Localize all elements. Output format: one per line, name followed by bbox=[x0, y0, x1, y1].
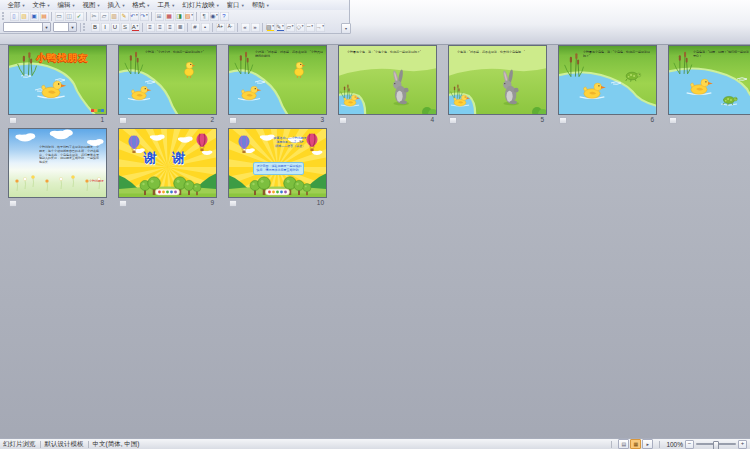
insert-table-button[interactable]: ⊞ bbox=[155, 12, 164, 21]
spell-check-icon: ✓ bbox=[76, 13, 81, 19]
align-left-button[interactable]: ≡ bbox=[146, 23, 155, 32]
3d-style-button[interactable]: ◇▾ bbox=[296, 23, 305, 32]
print-button[interactable]: ▭ bbox=[55, 12, 64, 21]
transition-preview-icon[interactable] bbox=[119, 117, 127, 124]
italic-button[interactable]: I bbox=[101, 23, 110, 32]
text-shadow-button[interactable]: S bbox=[121, 23, 130, 32]
menu-3[interactable]: 视图▼ bbox=[79, 1, 104, 10]
slide-7-thumbnail[interactable]: 小乌龟说：“好啊，好啊！”他们俩一起游泳，玩得真开心！ bbox=[668, 45, 750, 115]
open-icon: ▨ bbox=[21, 13, 27, 19]
font-color-button[interactable]: A▾ bbox=[131, 23, 140, 32]
print-preview-button[interactable]: ◫ bbox=[65, 12, 74, 21]
insert-chart-button[interactable]: ▦ bbox=[165, 12, 174, 21]
toolbar-options-button[interactable]: ▾ bbox=[341, 23, 351, 34]
copy-icon: ▱ bbox=[102, 13, 107, 19]
transition-preview-icon[interactable] bbox=[9, 117, 17, 124]
shadow-style-button[interactable]: ▱▾ bbox=[286, 23, 295, 32]
toolbar-grip[interactable] bbox=[83, 23, 88, 31]
menu-9[interactable]: 帮助▼ bbox=[248, 1, 273, 10]
zoom-button[interactable]: ◉▾ bbox=[210, 12, 219, 21]
slide-1-thumbnail[interactable]: 小鸭找朋友 bbox=[8, 45, 107, 115]
transition-preview-icon[interactable] bbox=[119, 200, 127, 207]
format-painter-button[interactable]: ✎ bbox=[120, 12, 129, 21]
increase-font-size-button[interactable]: A+ bbox=[216, 23, 225, 32]
menu-7[interactable]: 幻灯片放映▼ bbox=[179, 1, 223, 10]
bullets-button[interactable]: • bbox=[201, 23, 210, 32]
transition-preview-icon[interactable] bbox=[9, 200, 17, 207]
transition-preview-icon[interactable] bbox=[339, 117, 347, 124]
align-center-button[interactable]: ≡ bbox=[156, 23, 165, 32]
zoom-slider-track[interactable] bbox=[696, 443, 736, 445]
dash-style-icon: ╌ bbox=[307, 24, 311, 30]
transition-preview-icon[interactable] bbox=[229, 200, 237, 207]
dash-style-button[interactable]: ╌▾ bbox=[306, 23, 315, 32]
slide-3-thumbnail[interactable]: 小鸡说：“对不起，对不起，我不会游泳。”小鸭只好继续往前找。 bbox=[228, 45, 327, 115]
slide-8-thumbnail[interactable]: 小鸭找呀找，终于找到了会游泳的好朋友。小朋友，每个小动物都有自己的本领，小鸡会捉… bbox=[8, 128, 107, 198]
bold-button[interactable]: B bbox=[91, 23, 100, 32]
spell-check-button[interactable]: ✓ bbox=[75, 12, 84, 21]
chevron-down-icon: ▼ bbox=[171, 3, 175, 8]
slide-show-button[interactable]: ▸ bbox=[642, 439, 653, 449]
menu-4[interactable]: 插入▼ bbox=[104, 1, 129, 10]
menu-8[interactable]: 窗口▼ bbox=[223, 1, 248, 10]
zoom-slider-thumb[interactable] bbox=[713, 441, 719, 449]
slide-title-text: 小鸭找朋友 bbox=[36, 52, 89, 65]
font-name-combo[interactable]: ▼ bbox=[3, 22, 51, 32]
menu-2[interactable]: 编辑▼ bbox=[54, 1, 79, 10]
decrease-font-size-button[interactable]: A- bbox=[226, 23, 235, 32]
slide-sorter-view-button[interactable]: ▦ bbox=[630, 439, 641, 449]
decrease-indent-button[interactable]: « bbox=[241, 23, 250, 32]
show-formatting-button[interactable]: ¶ bbox=[200, 12, 209, 21]
transition-preview-icon[interactable] bbox=[229, 117, 237, 124]
toolbar-grip[interactable] bbox=[2, 12, 7, 20]
transition-preview-icon[interactable] bbox=[559, 117, 567, 124]
menu-1[interactable]: 文件▼ bbox=[29, 1, 54, 10]
transition-preview-icon[interactable] bbox=[669, 117, 677, 124]
copy-button[interactable]: ▱ bbox=[100, 12, 109, 21]
chevron-down-icon: ▼ bbox=[96, 3, 100, 8]
slide-story-text: 小鸡说：“对不起，对不起，我不会游泳。”小鸭只好继续往前找。 bbox=[255, 50, 323, 58]
slide-meta-row: 9 bbox=[118, 198, 215, 208]
slide-1-container: 小鸭找朋友1 bbox=[8, 45, 105, 125]
slide-story-text: 小鸭找呀找，终于找到了会游泳的好朋友。小朋友，每个小动物都有自己的本领，小鸡会捉… bbox=[39, 145, 100, 164]
transition-preview-icon[interactable] bbox=[449, 117, 457, 124]
normal-view-button[interactable]: ▤ bbox=[618, 439, 629, 449]
slide-9-thumbnail[interactable]: 谢 谢 bbox=[118, 128, 217, 198]
menu-6[interactable]: 工具▼ bbox=[154, 1, 179, 10]
zoom-in-button[interactable]: + bbox=[738, 440, 747, 449]
line-color-button[interactable]: ✎▾ bbox=[276, 23, 285, 32]
zoom-out-button[interactable]: − bbox=[685, 440, 694, 449]
cloud-art bbox=[15, 133, 35, 141]
save-button[interactable]: ▣ bbox=[30, 12, 39, 21]
slide-5-container: 小兔说：“对不起，我不会游泳，你去找小乌龟吧。”5 bbox=[448, 45, 545, 125]
numbering-button[interactable]: # bbox=[191, 23, 200, 32]
align-right-button[interactable]: ≡ bbox=[166, 23, 175, 32]
paste-button[interactable]: ▥ bbox=[110, 12, 119, 21]
chevron-down-icon: ▼ bbox=[216, 3, 220, 8]
italic-icon: I bbox=[104, 24, 106, 30]
paste-icon: ▥ bbox=[111, 13, 117, 19]
menu-5[interactable]: 格式▼ bbox=[129, 1, 154, 10]
justify-button[interactable]: ≣ bbox=[176, 23, 185, 32]
slide-2-thumbnail[interactable]: 小鸭说：“小鸡小鸡，你和我一起游泳好吗？” bbox=[118, 45, 217, 115]
slide-6-thumbnail[interactable]: 小鸭看见小乌龟，说：“小乌龟，你和我一起游泳好吗？” bbox=[558, 45, 657, 115]
undo-button[interactable]: ↶▾ bbox=[130, 12, 139, 21]
help-button[interactable]: ? bbox=[220, 12, 229, 21]
cut-button[interactable]: ✂ bbox=[90, 12, 99, 21]
increase-indent-button[interactable]: » bbox=[251, 23, 260, 32]
new-slide-button[interactable]: ▧▾ bbox=[185, 12, 194, 21]
slide-4-thumbnail[interactable]: 小鸭看见小兔，说：“小兔小兔，你和我一起游泳好吗？” bbox=[338, 45, 437, 115]
save-as-web-button[interactable]: ▤ bbox=[40, 12, 49, 21]
arrow-style-button[interactable]: →▾ bbox=[316, 23, 325, 32]
underline-button[interactable]: U bbox=[111, 23, 120, 32]
new-button[interactable]: ▯ bbox=[10, 12, 19, 21]
open-button[interactable]: ▨ bbox=[20, 12, 29, 21]
fill-color-button[interactable]: ▨▾ bbox=[266, 23, 275, 32]
slide-10-thumbnail[interactable]: 故事名称——小鸭找朋友适用年龄——2～3岁领域——语言（讲述）设计意图：体验和朋… bbox=[228, 128, 327, 198]
font-size-combo[interactable]: ▼ bbox=[53, 22, 77, 32]
underline-icon: U bbox=[113, 24, 117, 30]
insert-picture-button[interactable]: ◨ bbox=[175, 12, 184, 21]
menu-0[interactable]: 全部▼ bbox=[4, 1, 29, 10]
slide-5-thumbnail[interactable]: 小兔说：“对不起，我不会游泳，你去找小乌龟吧。” bbox=[448, 45, 547, 115]
redo-button[interactable]: ↷▾ bbox=[140, 12, 149, 21]
